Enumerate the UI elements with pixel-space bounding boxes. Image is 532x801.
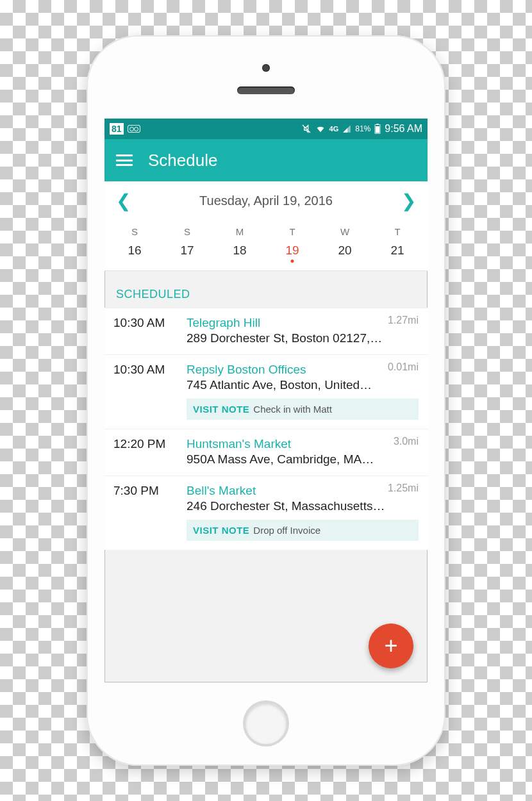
phone-speaker [237, 87, 295, 94]
svg-rect-2 [376, 126, 379, 133]
visit-note: VISIT NOTECheck in with Matt [187, 399, 419, 420]
schedule-item[interactable]: 1.25mi7:30 PMBell's Market246 Dorchester… [104, 475, 428, 550]
week-strip: SSMTWT161718192021 [104, 220, 428, 271]
item-time: 12:20 PM [113, 437, 175, 451]
date-nav: ❮ Tuesday, April 19, 2016 ❯ [104, 181, 428, 220]
plus-icon: + [384, 632, 397, 659]
week-day-label: T [266, 224, 319, 240]
schedule-item[interactable]: 3.0mi12:20 PMHuntsman's Market950A Mass … [104, 429, 428, 475]
wifi-icon [315, 124, 326, 134]
item-address: 950A Mass Ave, Cambridge, MA… [187, 452, 419, 467]
distance-label: 1.25mi [388, 483, 419, 494]
page-title: Schedule [148, 151, 217, 170]
week-day-number[interactable]: 20 [319, 240, 371, 261]
add-button[interactable]: + [369, 623, 413, 668]
week-day-label: S [161, 224, 213, 240]
visit-note-prefix: VISIT NOTE [193, 525, 249, 536]
menu-icon[interactable] [116, 154, 133, 166]
week-day-label: S [108, 224, 161, 240]
distance-label: 3.0mi [394, 436, 419, 447]
mute-icon [301, 124, 312, 134]
item-time: 7:30 PM [113, 484, 175, 498]
phone-camera [262, 64, 270, 72]
week-day-number[interactable]: 17 [161, 240, 213, 261]
item-title: Huntsman's Market [187, 437, 419, 451]
schedule-list: 1.27mi10:30 AMTelegraph Hill289 Dorchest… [104, 308, 428, 550]
visit-note-prefix: VISIT NOTE [193, 404, 249, 415]
item-address: 289 Dorchester St, Boston 02127,… [187, 331, 419, 345]
schedule-item[interactable]: 0.01mi10:30 AMRepsly Boston Offices745 A… [104, 354, 428, 429]
battery-pct: 81% [355, 124, 370, 133]
week-day-number[interactable]: 21 [371, 240, 424, 261]
status-bar: 81 4G 81% 9:56 AM [104, 119, 428, 139]
item-time: 10:30 AM [113, 316, 175, 330]
distance-label: 0.01mi [388, 361, 419, 373]
voicemail-icon [128, 125, 140, 133]
app-screen: 81 4G 81% 9:56 AM [104, 119, 428, 682]
item-address: 246 Dorchester St, Massachusetts… [187, 499, 419, 513]
week-day-label: T [371, 224, 424, 240]
next-day-button[interactable]: ❯ [401, 190, 416, 211]
current-date-label: Tuesday, April 19, 2016 [199, 194, 333, 208]
battery-icon [374, 124, 381, 134]
week-day-label: W [319, 224, 371, 240]
week-day-number[interactable]: 18 [213, 240, 266, 261]
week-day-number[interactable]: 16 [108, 240, 161, 261]
notification-count-badge: 81 [110, 123, 124, 135]
item-address: 745 Atlantic Ave, Boston, United… [187, 378, 419, 392]
item-title: Bell's Market [187, 484, 419, 498]
status-time: 9:56 AM [385, 123, 422, 135]
visit-note-text: Drop off Invoice [253, 525, 320, 536]
app-bar: Schedule [104, 139, 428, 181]
visit-note: VISIT NOTEDrop off Invoice [187, 520, 419, 541]
section-header-scheduled: SCHEDULED [104, 271, 428, 308]
item-time: 10:30 AM [113, 363, 175, 377]
item-title: Repsly Boston Offices [187, 363, 419, 377]
home-button[interactable] [243, 700, 289, 747]
week-day-label: M [213, 224, 266, 240]
network-label: 4G [329, 125, 339, 133]
svg-rect-1 [377, 124, 379, 125]
signal-icon [342, 124, 351, 133]
phone-frame: 81 4G 81% 9:56 AM [87, 35, 445, 766]
prev-day-button[interactable]: ❮ [116, 190, 131, 211]
week-day-number[interactable]: 19 [266, 240, 319, 261]
visit-note-text: Check in with Matt [253, 404, 332, 415]
schedule-item[interactable]: 1.27mi10:30 AMTelegraph Hill289 Dorchest… [104, 308, 428, 354]
item-title: Telegraph Hill [187, 316, 419, 330]
distance-label: 1.27mi [388, 315, 419, 326]
